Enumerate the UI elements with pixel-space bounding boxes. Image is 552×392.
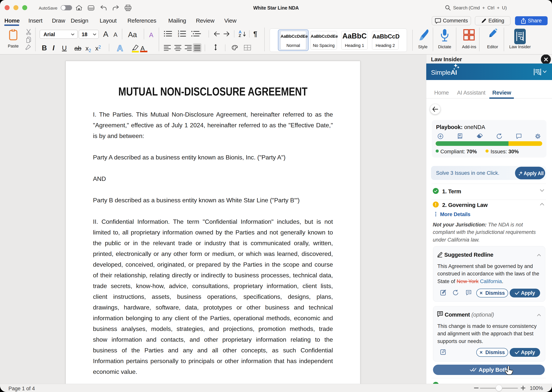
- svg-text:3: 3: [178, 35, 179, 37]
- svg-text:2: 2: [178, 32, 179, 35]
